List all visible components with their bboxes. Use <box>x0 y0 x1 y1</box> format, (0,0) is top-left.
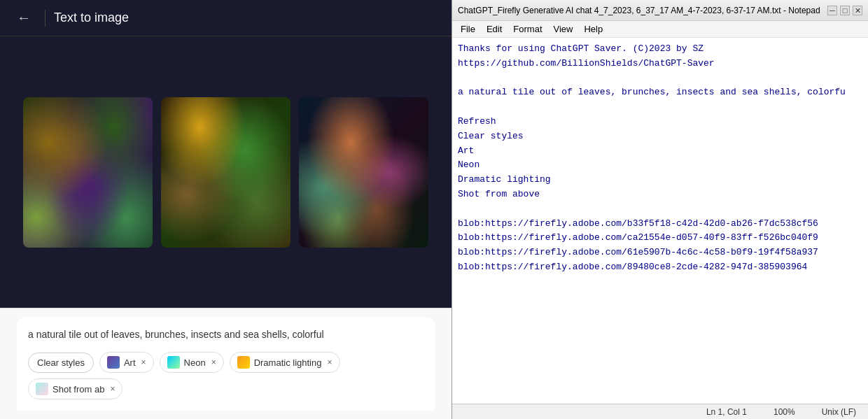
firefly-header: ← Text to image <box>0 0 451 36</box>
prompt-text: a natural tile out of leaves, brunches, … <box>28 328 424 342</box>
notepad-controls: ─ □ ✕ <box>827 6 862 15</box>
tag-shot-close[interactable]: × <box>110 384 115 394</box>
prompt-area: a natural tile out of leaves, brunches, … <box>17 317 435 411</box>
tag-neon-close[interactable]: × <box>211 357 216 367</box>
tag-neon[interactable]: Neon × <box>160 352 224 373</box>
maximize-button[interactable]: □ <box>840 6 850 15</box>
firefly-panel: ← Text to image a natural tile out of le… <box>0 0 451 419</box>
clear-styles-button[interactable]: Clear styles <box>28 353 94 373</box>
back-button[interactable]: ← <box>11 7 36 29</box>
tag-neon-label: Neon <box>184 357 206 368</box>
firefly-bottom: a natural tile out of leaves, brunches, … <box>0 308 451 419</box>
tag-dramatic-label: Dramatic lighting <box>254 357 322 368</box>
notepad-content[interactable]: Thanks for using ChatGPT Saver. (C)2023 … <box>452 38 868 404</box>
generated-image-3[interactable] <box>299 97 428 248</box>
images-area <box>0 36 451 308</box>
encoding: Unix (LF) <box>816 405 862 419</box>
page-title: Text to image <box>54 10 129 25</box>
dramatic-icon <box>237 356 250 369</box>
menu-view[interactable]: View <box>548 22 579 36</box>
generated-image-1[interactable] <box>23 97 153 248</box>
notepad-panel: ChatGPT_Firefly Generative AI chat 4_7_2… <box>451 0 868 419</box>
menu-help[interactable]: Help <box>578 22 608 36</box>
menu-file[interactable]: File <box>455 22 481 36</box>
notepad-menubar: File Edit Format View Help <box>452 21 868 38</box>
tag-dramatic-close[interactable]: × <box>327 357 332 367</box>
tag-shot[interactable]: Shot from ab × <box>28 378 122 399</box>
notepad-titlebar: ChatGPT_Firefly Generative AI chat 4_7_2… <box>452 0 868 21</box>
tag-shot-label: Shot from ab <box>52 384 104 395</box>
generated-image-2[interactable] <box>161 97 290 248</box>
notepad-statusbar: Ln 1, Col 1 100% Unix (LF) <box>452 404 868 419</box>
shot-icon <box>36 383 48 395</box>
tag-art-close[interactable]: × <box>141 357 146 367</box>
tag-dramatic[interactable]: Dramatic lighting × <box>230 352 340 373</box>
close-button[interactable]: ✕ <box>853 6 862 15</box>
header-divider <box>45 10 46 27</box>
art-icon <box>107 356 120 369</box>
tag-art[interactable]: Art × <box>99 352 154 373</box>
zoom-level: 100% <box>767 405 802 419</box>
cursor-position: Ln 1, Col 1 <box>700 405 753 419</box>
neon-icon <box>167 356 180 369</box>
menu-format[interactable]: Format <box>507 22 547 36</box>
notepad-title: ChatGPT_Firefly Generative AI chat 4_7_2… <box>458 6 820 15</box>
minimize-button[interactable]: ─ <box>827 6 837 15</box>
tag-art-label: Art <box>124 357 136 368</box>
style-tags-container: Clear styles Art × Neon × Dramatic light… <box>28 352 424 399</box>
menu-edit[interactable]: Edit <box>481 22 507 36</box>
